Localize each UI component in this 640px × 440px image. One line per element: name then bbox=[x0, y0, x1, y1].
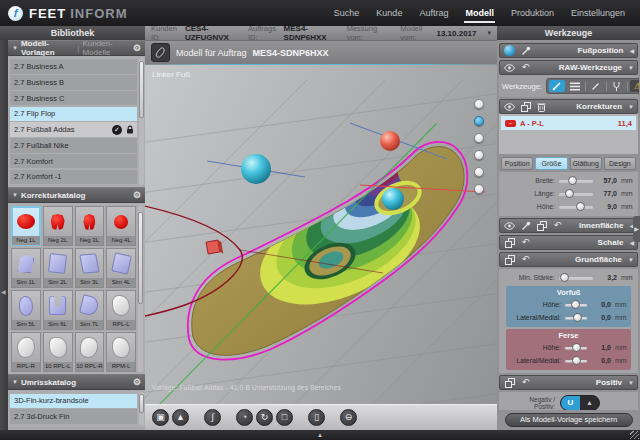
correction-item[interactable]: RPL-R bbox=[11, 332, 41, 372]
remove-button[interactable]: ⊖ bbox=[340, 409, 357, 426]
list-item[interactable]: 2.7 Komfort -1 bbox=[10, 170, 137, 185]
breite-slider[interactable] bbox=[559, 180, 593, 182]
3d-viewport[interactable]: Linker Fuß bbox=[145, 65, 497, 404]
chevron-down-icon[interactable]: ▼ bbox=[628, 104, 634, 110]
mini-tool-icon[interactable] bbox=[474, 150, 484, 160]
list-item[interactable]: 2.7 Business C bbox=[10, 91, 137, 106]
view-grid-button[interactable]: ▣ bbox=[152, 409, 169, 426]
collapse-left-icon[interactable]: ◀ bbox=[1, 288, 6, 295]
correction-item[interactable]: Sim 6L bbox=[43, 290, 73, 330]
tab-glaettung[interactable]: Glättung bbox=[570, 157, 602, 170]
menu-auftrag[interactable]: Auftrag bbox=[418, 3, 449, 23]
menu-kunde[interactable]: Kunde bbox=[375, 3, 403, 23]
list-item-active-template[interactable]: 2.7 Fußball Addas ✓ bbox=[10, 122, 137, 137]
correction-item[interactable]: Neg 2L bbox=[43, 206, 73, 246]
section-foot-position[interactable]: Fußposition ◀ bbox=[499, 43, 638, 58]
copy-icon[interactable] bbox=[503, 377, 516, 388]
chevron-down-icon[interactable]: ▼ bbox=[628, 257, 634, 263]
model-date-dropdown-icon[interactable]: ▾ bbox=[487, 29, 491, 37]
left-collapse-strip[interactable]: ◀ bbox=[0, 40, 8, 430]
correction-item[interactable]: 10 RPL-R bbox=[75, 332, 105, 372]
position-ball-icon[interactable] bbox=[504, 45, 515, 56]
correction-item[interactable]: Neg 4L bbox=[106, 206, 136, 246]
customer-models-title[interactable]: Kunden-Modelle bbox=[82, 39, 132, 57]
correction-catalog-header[interactable]: ▼ Korrekturkatalog ⚙ bbox=[8, 187, 145, 203]
correction-item[interactable]: Neg 3L bbox=[75, 206, 105, 246]
undo-icon[interactable]: ↶ bbox=[519, 377, 532, 388]
outline-catalog-header[interactable]: ▼ Umrisskatalog ⚙ bbox=[8, 374, 145, 390]
heel-lateral-slider[interactable] bbox=[565, 360, 587, 362]
frame-view-button[interactable]: □ bbox=[276, 409, 293, 426]
pan-up-button[interactable]: ▲ bbox=[172, 409, 189, 426]
correction-item[interactable]: Sim 7L bbox=[75, 290, 105, 330]
scrollbar-thumb[interactable] bbox=[138, 212, 143, 304]
menu-modell[interactable]: Modell bbox=[464, 3, 495, 23]
tab-position[interactable]: Position bbox=[501, 157, 533, 170]
eye-icon[interactable] bbox=[503, 220, 516, 231]
slider-thumb[interactable] bbox=[576, 202, 585, 211]
undo-icon[interactable]: ↶ bbox=[551, 220, 564, 231]
correction-item-selected[interactable]: Neg 1L bbox=[11, 206, 41, 246]
layers-tool-button[interactable] bbox=[567, 80, 583, 92]
list-item[interactable]: 2.7 Business A bbox=[10, 59, 137, 74]
pin-icon[interactable] bbox=[519, 45, 532, 56]
chevron-down-icon[interactable]: ▼ bbox=[12, 45, 18, 51]
tab-groesse[interactable]: Größe bbox=[535, 157, 567, 170]
section-positive[interactable]: ↶ Positiv ▼ bbox=[499, 375, 638, 390]
expand-bottom-icon[interactable]: ▲ bbox=[317, 431, 323, 439]
min-thickness-slider[interactable] bbox=[559, 277, 593, 279]
undo-icon[interactable]: ↶ bbox=[519, 237, 532, 248]
neg-pos-toggle[interactable]: U ▲ bbox=[560, 395, 600, 410]
undo-icon[interactable]: ↶ bbox=[519, 62, 532, 73]
chevron-down-icon[interactable]: ▼ bbox=[628, 380, 634, 386]
save-as-template-button[interactable]: Als Modell-Vorlage speichern bbox=[505, 413, 633, 427]
gear-icon[interactable]: ⚙ bbox=[133, 44, 141, 53]
warning-tool-button[interactable]: ⚠ bbox=[630, 80, 639, 92]
section-base-surface[interactable]: ↶ Grundfläche ▼ bbox=[499, 252, 638, 267]
scrollbar[interactable] bbox=[139, 392, 144, 425]
section-inner-surface[interactable]: ↶ Innenfläche ◀ bbox=[499, 218, 638, 233]
gear-icon[interactable]: ⚙ bbox=[133, 378, 141, 387]
section-shell[interactable]: ↶ Schale ◀ bbox=[499, 235, 638, 250]
correction-item[interactable]: Sim 2L bbox=[43, 248, 73, 288]
correction-list-item-selected[interactable]: – A - P-L 11,4 bbox=[501, 116, 636, 130]
chevron-down-icon[interactable]: ▼ bbox=[12, 379, 18, 385]
model-templates-header[interactable]: ▼ Modell-Vorlagen | Kunden-Modelle ⚙ bbox=[8, 40, 145, 56]
forefoot-lateral-slider[interactable] bbox=[565, 317, 587, 319]
menu-suche[interactable]: Suche bbox=[333, 3, 361, 23]
list-item-selected[interactable]: 3D-Fin-kurz-brandsole bbox=[10, 394, 137, 409]
section-corrections[interactable]: Korrekturen ▼ bbox=[499, 99, 638, 114]
pen-tool-button[interactable] bbox=[549, 80, 565, 92]
positive-mode-icon[interactable]: ▲ bbox=[580, 396, 599, 410]
correction-item[interactable]: RPM-L bbox=[106, 332, 136, 372]
eye-icon[interactable] bbox=[503, 62, 516, 73]
gear-icon[interactable]: ⚙ bbox=[133, 191, 141, 200]
curve-tool-button[interactable]: ∫ bbox=[204, 409, 221, 426]
section-raw-tools[interactable]: ↶ RAW-Werkzeuge ▼ bbox=[499, 60, 638, 75]
negative-mode-icon[interactable]: U bbox=[561, 396, 580, 410]
scrollbar[interactable] bbox=[138, 205, 143, 372]
scrollbar[interactable] bbox=[139, 58, 144, 185]
chevron-left-icon[interactable]: ◀ bbox=[629, 47, 634, 54]
mini-tool-icon[interactable] bbox=[474, 167, 484, 177]
correction-item[interactable]: Sim 1L bbox=[11, 248, 41, 288]
list-item[interactable]: 2.7 Komfort bbox=[10, 154, 137, 169]
fork-tool-button[interactable] bbox=[609, 80, 625, 92]
heel-height-slider[interactable] bbox=[565, 347, 587, 349]
correction-item[interactable]: RPL-L bbox=[106, 290, 136, 330]
copy-icon[interactable] bbox=[519, 101, 532, 112]
chevron-down-icon[interactable]: ▼ bbox=[628, 65, 634, 71]
list-item[interactable]: 2.7 3d-Druck Fin bbox=[10, 409, 137, 424]
slider-thumb[interactable] bbox=[572, 356, 581, 365]
slider-thumb[interactable] bbox=[571, 300, 580, 309]
scrollbar-thumb[interactable] bbox=[139, 394, 144, 414]
hoehe-slider[interactable] bbox=[559, 206, 593, 208]
history-button[interactable]: ◔ bbox=[236, 409, 253, 426]
trash-icon[interactable] bbox=[535, 101, 548, 112]
undo-icon[interactable]: ↶ bbox=[519, 254, 532, 265]
slider-thumb[interactable] bbox=[568, 176, 577, 185]
collapse-right-handle[interactable]: ▶ bbox=[633, 216, 640, 242]
chevron-down-icon[interactable]: ▼ bbox=[12, 192, 18, 198]
menu-produktion[interactable]: Produktion bbox=[510, 3, 555, 23]
slider-thumb[interactable] bbox=[560, 273, 569, 282]
